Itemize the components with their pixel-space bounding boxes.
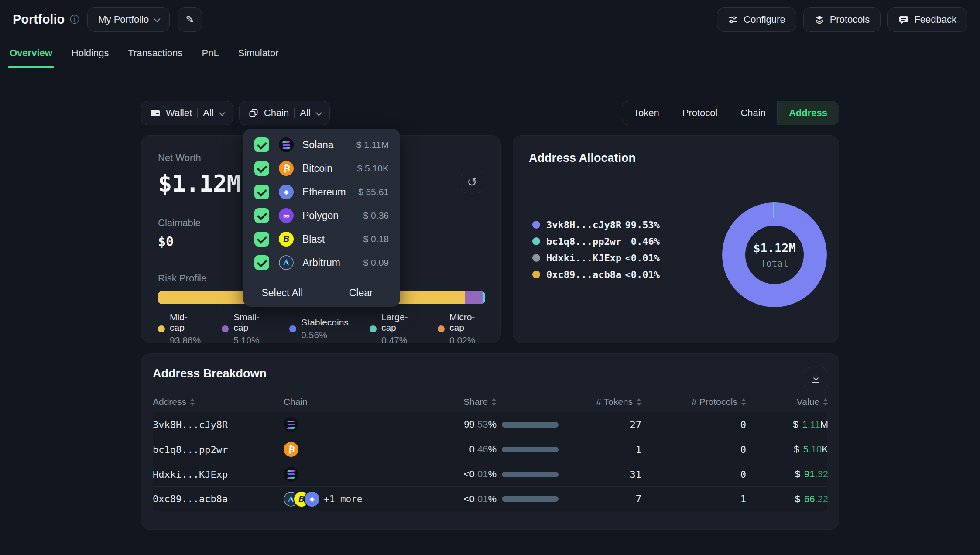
- protocols-button[interactable]: Protocols: [803, 7, 881, 32]
- chain-option-blast[interactable]: B Blast $ 0.18: [243, 227, 400, 251]
- allocation-address: 0xc89...acb8a: [546, 269, 621, 280]
- share-bar: [502, 496, 559, 502]
- column-header-share[interactable]: Share: [428, 397, 559, 407]
- table-row[interactable]: 0xc89...acb8a B ◆ +1 more: [153, 486, 827, 511]
- allocation-legend-item: 3vk8H...cJy8R 99.53%: [532, 216, 660, 233]
- chain-option-solana[interactable]: Solana $ 1.11M: [243, 133, 400, 157]
- tab-pnl[interactable]: PnL: [200, 39, 221, 68]
- refresh-button[interactable]: ↺: [461, 171, 483, 193]
- chain-option-label: Ethereum: [302, 186, 346, 198]
- legend-pct: 0.56%: [301, 330, 349, 340]
- column-header-address[interactable]: Address: [153, 397, 284, 407]
- clear-button[interactable]: Clear: [322, 279, 401, 307]
- address-breakdown-card: Address Breakdown Address Chain Shar: [141, 353, 839, 530]
- feedback-button[interactable]: Feedback: [887, 7, 967, 32]
- download-button[interactable]: [804, 367, 828, 391]
- column-header-protocols[interactable]: # Protocols: [641, 397, 746, 407]
- table-row[interactable]: 3vk8H...cJy8R 99.53% 27 0 $1.11M: [153, 412, 827, 437]
- chat-bubble-icon: [898, 14, 909, 25]
- arbitrum-icon: [279, 255, 294, 270]
- more-chains-label: +1 more: [324, 494, 363, 504]
- polygon-icon: ∞: [279, 208, 294, 223]
- column-header-value[interactable]: Value: [746, 397, 828, 407]
- allocation-legend-item: Hdxki...KJExp <0.01%: [532, 250, 660, 266]
- allocation-pct: <0.01%: [621, 253, 660, 264]
- allocation-legend-item: bc1q8...pp2wr 0.46%: [532, 233, 660, 250]
- sort-icon: [636, 398, 641, 406]
- chevron-down-icon: [315, 109, 322, 116]
- row-protocols: 1: [641, 493, 746, 504]
- chain-option-arbitrum[interactable]: Arbitrum $ 0.09: [243, 251, 400, 274]
- allocation-pct: <0.01%: [621, 269, 660, 280]
- chain-filter-button[interactable]: Chain All: [239, 101, 330, 125]
- checkbox-checked[interactable]: [254, 255, 269, 270]
- row-address: bc1q8...pp2wr: [153, 444, 284, 455]
- select-all-button[interactable]: Select All: [243, 279, 322, 307]
- sliders-icon: [728, 14, 738, 25]
- view-toggle-chain[interactable]: Chain: [729, 101, 777, 125]
- chain-option-value: $ 5.10K: [357, 163, 389, 174]
- main-tabs: Overview Holdings Transactions PnL Simul…: [0, 39, 980, 68]
- bitcoin-icon: ₿: [284, 442, 298, 457]
- row-protocols: 0: [641, 444, 746, 455]
- protocols-label: Protocols: [830, 14, 870, 25]
- row-chains: ₿: [284, 442, 428, 457]
- chain-option-label: Blast: [302, 233, 325, 245]
- chain-option-value: $ 0.18: [363, 234, 389, 244]
- share-bar: [502, 447, 559, 452]
- allocation-address: 3vk8H...cJy8R: [546, 219, 621, 230]
- legend-dot: [222, 325, 229, 332]
- row-tokens: 27: [559, 419, 641, 430]
- chain-option-polygon[interactable]: ∞ Polygon $ 0.36: [243, 204, 400, 227]
- table-row[interactable]: bc1q8...pp2wr ₿ 0.46% 1 0 $5.10K: [153, 437, 827, 462]
- checkbox-checked[interactable]: [254, 185, 269, 199]
- chevron-down-icon: [219, 109, 226, 116]
- chain-option-ethereum[interactable]: ◆ Ethereum $ 65.61: [243, 180, 400, 204]
- solana-icon: [284, 467, 298, 482]
- tab-transactions[interactable]: Transactions: [126, 39, 184, 68]
- legend-pct: 0.02%: [449, 335, 484, 346]
- legend-pct: 5.10%: [233, 335, 268, 346]
- row-address: 0xc89...acb8a: [153, 493, 284, 504]
- risk-legend-item: Stablecoins0.56%: [289, 312, 349, 346]
- column-header-chain: Chain: [284, 397, 428, 407]
- row-tokens: 7: [559, 493, 641, 504]
- tab-holdings[interactable]: Holdings: [70, 39, 111, 68]
- solana-icon: [284, 417, 298, 432]
- legend-dot: [532, 221, 540, 229]
- table-row[interactable]: Hdxki...KJExp <0.01% 31 0 $91.32: [153, 462, 827, 486]
- chain-option-value: $ 1.11M: [356, 140, 389, 150]
- ethereum-icon: ◆: [279, 185, 294, 199]
- top-bar: Portfolio ⓘ My Portfolio ✎ Configure: [0, 0, 980, 39]
- row-tokens: 1: [559, 444, 641, 455]
- view-toggle-protocol[interactable]: Protocol: [671, 101, 729, 125]
- chain-option-value: $ 0.36: [363, 210, 389, 221]
- column-header-tokens[interactable]: # Tokens: [559, 397, 641, 407]
- view-toggle: Token Protocol Chain Address: [622, 101, 839, 125]
- legend-label: Micro-cap: [449, 312, 484, 333]
- tab-overview[interactable]: Overview: [8, 39, 54, 68]
- checkbox-checked[interactable]: [254, 208, 269, 223]
- chain-option-bitcoin[interactable]: ₿ Bitcoin $ 5.10K: [243, 157, 400, 180]
- solana-icon: [279, 137, 294, 152]
- tab-simulator[interactable]: Simulator: [236, 39, 281, 68]
- allocation-legend: 3vk8H...cJy8R 99.53% bc1q8...pp2wr 0.46%…: [532, 216, 660, 283]
- legend-dot: [438, 325, 445, 332]
- configure-button[interactable]: Configure: [717, 7, 796, 32]
- divider: [294, 108, 295, 118]
- portfolio-selector[interactable]: My Portfolio: [87, 7, 170, 32]
- checkbox-checked[interactable]: [254, 137, 269, 152]
- wallet-filter-button[interactable]: Wallet All: [141, 101, 233, 125]
- edit-portfolio-button[interactable]: ✎: [178, 7, 202, 32]
- divider: [197, 108, 198, 118]
- wallet-icon: [150, 108, 161, 118]
- checkbox-checked[interactable]: [254, 161, 269, 176]
- checkbox-checked[interactable]: [254, 232, 269, 247]
- view-toggle-address[interactable]: Address: [777, 101, 839, 125]
- address-breakdown-table: Address Chain Share # Tokens: [153, 392, 827, 511]
- risk-legend-item: Small-cap5.10%: [222, 312, 268, 346]
- portfolio-app: Portfolio ⓘ My Portfolio ✎ Configure: [0, 0, 980, 555]
- row-protocols: 0: [641, 419, 746, 430]
- view-toggle-token[interactable]: Token: [622, 101, 671, 125]
- sort-icon: [823, 398, 828, 406]
